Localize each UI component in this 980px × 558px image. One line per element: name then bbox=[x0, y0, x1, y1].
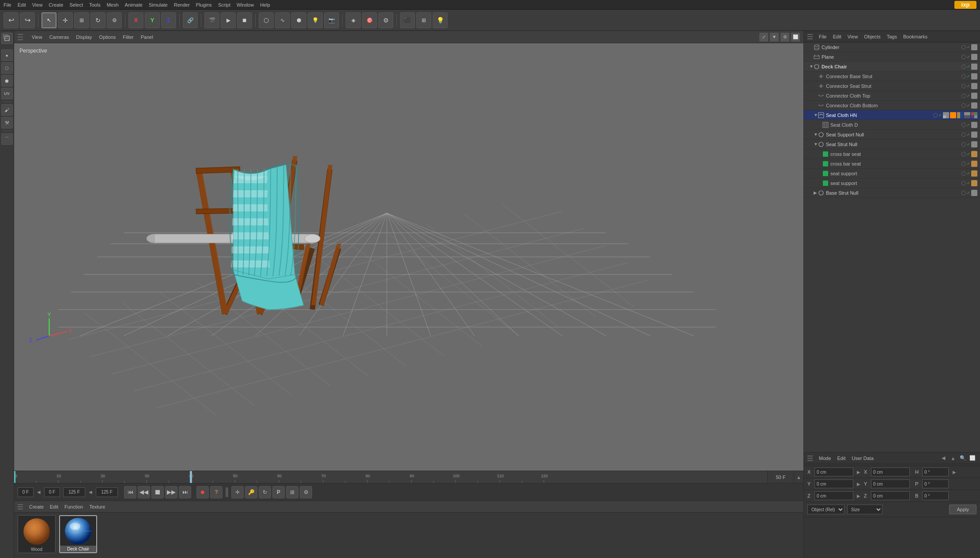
rp-menu-bookmarks[interactable]: Bookmarks bbox=[903, 34, 927, 39]
pb-goto-start[interactable]: ⏮ bbox=[124, 486, 136, 498]
rb-nav-search[interactable]: 🔍 bbox=[959, 454, 967, 462]
coord-x-right-input[interactable] bbox=[871, 468, 910, 476]
menu-select[interactable]: Select bbox=[69, 2, 83, 8]
x-axis-btn[interactable]: X bbox=[128, 12, 143, 28]
toolbar-render[interactable]: 🎯 bbox=[362, 12, 377, 28]
hier-item-bsn[interactable]: ▶ Base Strut Null ✓ bbox=[804, 188, 980, 198]
coord-x-arrow[interactable]: ▶ bbox=[855, 470, 862, 475]
hier-item-cct[interactable]: Connector Cloth Top ✓ bbox=[804, 91, 980, 101]
hier-item-cbar1[interactable]: cross bar seat ✓ bbox=[804, 149, 980, 159]
hier-item-cbs[interactable]: Connector Base Strut ✓ bbox=[804, 72, 980, 81]
menu-help[interactable]: Help bbox=[260, 2, 270, 8]
menu-tools[interactable]: Tools bbox=[89, 2, 101, 8]
tool-poly[interactable]: ⬢ bbox=[1, 75, 13, 87]
menu-animate[interactable]: Animate bbox=[125, 2, 143, 8]
menu-create[interactable]: Create bbox=[49, 2, 63, 8]
menu-mesh[interactable]: Mesh bbox=[107, 2, 119, 8]
pb-p[interactable]: P bbox=[272, 486, 285, 498]
tool-uvw[interactable]: UV bbox=[1, 88, 13, 99]
toolbar-deform[interactable]: ⬢ bbox=[291, 12, 306, 28]
coord-arrow-right[interactable]: ▶ bbox=[950, 468, 958, 476]
pb-prev-key[interactable]: ◀◀ bbox=[138, 486, 150, 498]
rb-menu-mode[interactable]: Mode bbox=[819, 456, 831, 461]
toolbar-film2[interactable]: ▶ bbox=[221, 12, 236, 28]
menu-view[interactable]: View bbox=[32, 2, 43, 8]
toolbar-btn-5[interactable]: ⚙ bbox=[107, 12, 122, 28]
coord-z-input[interactable] bbox=[814, 491, 853, 500]
frame-arrow[interactable]: ◀ bbox=[35, 487, 43, 497]
toolbar-film3[interactable]: ⏹ bbox=[237, 12, 252, 28]
pb-next-key[interactable]: ▶▶ bbox=[165, 486, 177, 498]
toolbar-bulb[interactable]: 💡 bbox=[433, 12, 448, 28]
mat-menu-function[interactable]: Function bbox=[64, 504, 83, 509]
coord-z-right-input[interactable] bbox=[871, 491, 910, 500]
mat-menu-edit[interactable]: Edit bbox=[50, 504, 58, 509]
hier-item-ssn[interactable]: ▼ Seat Support Null ✓ bbox=[804, 130, 980, 140]
toolbar-spline[interactable]: ∿ bbox=[275, 12, 290, 28]
toolbar-settings[interactable]: ⚙ bbox=[378, 12, 393, 28]
pb-animate[interactable]: ↻ bbox=[259, 486, 271, 498]
rb-menu-userdata[interactable]: User Data bbox=[852, 456, 874, 461]
hier-item-cbar2[interactable]: cross bar seat ✓ bbox=[804, 159, 980, 169]
rp-menu-edit[interactable]: Edit bbox=[833, 34, 841, 39]
undo-button[interactable]: ↩ bbox=[4, 12, 19, 28]
menu-plugins[interactable]: Plugins bbox=[196, 2, 212, 8]
pb-key[interactable]: 🔑 bbox=[245, 486, 257, 498]
y-axis-btn[interactable]: Y bbox=[145, 12, 160, 28]
menu-render[interactable]: Render bbox=[174, 2, 190, 8]
menu-script[interactable]: Script bbox=[218, 2, 230, 8]
viewport-menu-filter[interactable]: Filter bbox=[123, 34, 133, 40]
toolbar-shader[interactable]: ◈ bbox=[346, 12, 361, 28]
hier-item-sstrn[interactable]: ▼ Seat Strut Null ✓ bbox=[804, 140, 980, 149]
pb-record[interactable]: ⏺ bbox=[196, 486, 209, 498]
menu-edit[interactable]: Edit bbox=[18, 2, 26, 8]
pb-grid[interactable]: ⊞ bbox=[286, 486, 298, 498]
toolbar-cam[interactable]: 📷 bbox=[324, 12, 339, 28]
viewport-icon-down[interactable]: ▼ bbox=[770, 33, 779, 41]
toolbar-view-cube[interactable]: ⬛ bbox=[400, 12, 415, 28]
coord-z-arrow[interactable]: ▶ bbox=[855, 494, 862, 498]
rp-menu-file[interactable]: File bbox=[819, 34, 827, 39]
coord-x-input[interactable] bbox=[814, 468, 853, 476]
toolbar-cube[interactable]: ⬡ bbox=[259, 12, 274, 28]
hier-item-scd[interactable]: Seat Cloth D ✓ bbox=[804, 120, 980, 130]
apply-button[interactable]: Apply bbox=[949, 505, 976, 514]
rb-nav-back[interactable]: ◀ bbox=[939, 454, 947, 462]
menu-window[interactable]: Window bbox=[237, 2, 254, 8]
hier-item-cylinder[interactable]: Cylinder ✓ bbox=[804, 42, 980, 52]
coord-p-input[interactable] bbox=[922, 479, 949, 488]
coord-y-right-input[interactable] bbox=[871, 479, 910, 488]
viewport-icon-drag[interactable]: ⤢ bbox=[759, 33, 768, 41]
viewport-menu-display[interactable]: Display bbox=[76, 34, 92, 40]
rp-menu-view[interactable]: View bbox=[848, 34, 858, 39]
hier-item-deck-chair[interactable]: ▼ Deck Chair ✓ bbox=[804, 62, 980, 72]
viewport-3d[interactable]: Perspective bbox=[14, 43, 803, 471]
frame-input[interactable]: 0 F bbox=[44, 487, 60, 497]
mat-menu-texture[interactable]: Texture bbox=[89, 504, 105, 509]
timeline-end-frame[interactable]: 125 F bbox=[63, 487, 85, 497]
coord-b-input[interactable] bbox=[922, 491, 949, 500]
z-axis-btn[interactable]: Z bbox=[161, 12, 176, 28]
material-item-wood[interactable]: Wood bbox=[18, 515, 56, 553]
viewport-menu-options[interactable]: Options bbox=[99, 34, 116, 40]
object-rel-select[interactable]: Object (Rel) bbox=[807, 505, 844, 514]
rp-menu-objects[interactable]: Objects bbox=[864, 34, 880, 39]
toolbar-film[interactable]: 🎬 bbox=[204, 12, 219, 28]
rb-nav-expand[interactable]: ⬜ bbox=[969, 454, 976, 462]
pb-move[interactable]: ✛ bbox=[231, 486, 244, 498]
coord-h-input[interactable] bbox=[922, 468, 949, 476]
viewport-icon-settings[interactable]: ⚙ bbox=[780, 33, 789, 41]
tool-view-cube[interactable] bbox=[1, 33, 13, 44]
tool-spline[interactable]: ⌒ bbox=[1, 133, 13, 145]
current-frame-display[interactable]: 0 F bbox=[18, 487, 34, 497]
hier-item-ccb[interactable]: Connector Cloth Bottom ✓ bbox=[804, 101, 980, 110]
tool-sculpt[interactable]: ⚒ bbox=[1, 117, 13, 128]
toolbar-snap[interactable]: 🔗 bbox=[183, 12, 198, 28]
menu-file[interactable]: File bbox=[4, 2, 11, 8]
move-tool[interactable]: ✛ bbox=[58, 12, 73, 28]
coord-y-arrow[interactable]: ▶ bbox=[855, 482, 862, 486]
select-tool[interactable]: ↖ bbox=[41, 12, 57, 28]
hier-item-schn[interactable]: ▼ Seat Cloth HN ✓ bbox=[804, 110, 980, 120]
tool-points[interactable]: ● bbox=[1, 49, 13, 61]
pb-stop[interactable]: ⏹ bbox=[151, 486, 164, 498]
